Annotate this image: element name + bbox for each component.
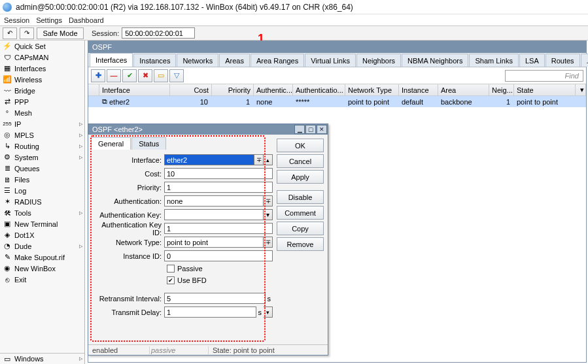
sidebar-item-log[interactable]: ☰Log [0,185,84,196]
input-txdelay[interactable]: 1 [164,306,256,318]
col-authkey[interactable]: Authenticatio... [293,84,345,95]
comment-button[interactable]: Comment [277,206,324,220]
tab-neighbors[interactable]: Neighbors [356,54,401,67]
sidebar-item-exit[interactable]: ⎋Exit [0,274,84,285]
dialog-titlebar[interactable]: OSPF <ether2> ▁ ▢ ✕ [88,124,328,135]
tab-lsa[interactable]: LSA [519,54,545,67]
remove-button[interactable]: Remove [277,237,324,251]
down-arrow-icon[interactable]: ▾ [264,306,273,318]
col-area[interactable]: Area [438,84,489,95]
files-icon: 🗎 [3,175,12,184]
input-interface[interactable]: ether2 [164,154,254,165]
sidebar-item-mpls[interactable]: ◎MPLS▷ [0,129,84,141]
enable-button[interactable]: ✔ [122,69,137,82]
sidebar-item-radius[interactable]: ✶RADIUS [0,196,84,207]
cell-state: point to point [514,96,576,107]
sidebar-item-ppp[interactable]: ⇄PPP [0,96,84,107]
close-button[interactable]: ✕ [317,125,327,134]
menu-dashboard[interactable]: Dashboard [69,16,104,24]
sidebar-item-supout[interactable]: ✎Make Supout.rif [0,252,84,263]
cell-instance: default [399,96,438,107]
label-retransmit: Retransmit Interval: [91,295,164,303]
safe-mode-button[interactable]: Safe Mode [37,27,84,39]
sidebar-item-routing[interactable]: ↳Routing▷ [0,141,84,152]
table-row[interactable]: ⧉ether2 10 1 none ***** point to point d… [88,96,586,107]
tab-virtuallinks[interactable]: Virtual Links [305,54,356,67]
menu-settings[interactable]: Settings [36,16,62,24]
checkbox-passive[interactable]: Passive [167,263,273,274]
col-neig[interactable]: Neig... [489,84,514,95]
disable-button[interactable]: Disable [277,190,324,204]
sidebar-item-queues[interactable]: ≣Queues [0,163,84,174]
comment-button[interactable]: ▭ [154,69,168,82]
col-cost[interactable]: Cost [170,84,212,95]
col-ntype[interactable]: Network Type [345,84,399,95]
redo-button[interactable]: ↷ [20,27,34,39]
col-interface[interactable]: Interface [99,84,170,95]
dropdown-icon[interactable]: ∓ [254,154,264,165]
maximize-button[interactable]: ▢ [305,125,316,134]
sidebar-item-ip[interactable]: 255IP▷ [0,118,84,129]
sidebar-item-interfaces[interactable]: ▦Interfaces [0,63,84,74]
cancel-button[interactable]: Cancel [277,154,324,168]
input-retransmit[interactable]: 5 [164,293,266,304]
sidebar-item-dude[interactable]: ◔Dude▷ [0,240,84,252]
sidebar-item-files[interactable]: 🗎Files [0,174,84,185]
capsman-icon: 🛡 [3,53,12,62]
disable-button[interactable]: ✖ [138,69,152,82]
input-ntype[interactable]: point to point [164,237,264,248]
sidebar-item-dot1x[interactable]: ◈Dot1X [0,229,84,240]
tab-interfaces[interactable]: Interfaces [90,53,133,67]
sidebar-item-tools[interactable]: 🛠Tools▷ [0,207,84,218]
sidebar-item-capsman[interactable]: 🛡CAPsMAN [0,52,84,63]
remove-button[interactable]: — [107,69,121,82]
sidebar: ⚡Quick Set 🛡CAPsMAN ▦Interfaces 📶Wireles… [0,41,85,364]
input-priority[interactable]: 1 [164,182,273,193]
sidebar-item-label: Windows [14,355,44,363]
tab-sham[interactable]: Sham Links [469,54,518,67]
windows-icon: ▭ [3,354,12,363]
tab-networks[interactable]: Networks [177,54,218,67]
apply-button[interactable]: Apply [277,170,324,184]
input-authkey[interactable] [164,209,264,220]
sidebar-item-bridge[interactable]: 〰Bridge [0,85,84,96]
sidebar-item-newwinbox[interactable]: ◉New WinBox [0,263,84,274]
find-input[interactable]: Find [505,70,583,82]
sidebar-item-quickset[interactable]: ⚡Quick Set [0,41,84,52]
tab-arearanges[interactable]: Area Ranges [251,54,304,67]
tab-routes[interactable]: Routes [545,54,580,67]
col-dropdown-icon[interactable]: ▾ [576,84,586,95]
copy-button[interactable]: Copy [277,222,324,235]
input-auth[interactable]: none [164,195,264,207]
sidebar-item-wireless[interactable]: 📶Wireless [0,74,84,85]
input-instanceid[interactable]: 0 [164,250,273,261]
tab-instances[interactable]: Instances [133,54,176,67]
sidebar-item-newterminal[interactable]: ▣New Terminal [0,218,84,229]
sidebar-item-system[interactable]: ⚙System▷ [0,152,84,163]
input-authkeyid[interactable]: 1 [164,223,273,234]
sidebar-item-label: New Terminal [14,220,58,228]
sidebar-item-windows[interactable]: ▭Windows▷ [0,353,84,364]
dropdown-icon[interactable]: ∓ [264,237,273,248]
ok-button[interactable]: OK [277,139,324,152]
col-state[interactable]: State [514,84,576,95]
col-priority[interactable]: Priority [212,84,254,95]
tab-nbma[interactable]: NBMA Neighbors [402,54,468,67]
dropdown-icon[interactable]: ▾ [264,209,273,220]
add-button[interactable]: ✚ [91,69,105,82]
minimize-button[interactable]: ▁ [294,125,305,134]
tab-status[interactable]: Status [131,137,166,150]
tab-more[interactable]: ... [581,54,588,67]
tab-general[interactable]: General [91,137,131,150]
tab-areas[interactable]: Areas [219,54,250,67]
undo-button[interactable]: ↶ [3,27,17,39]
checkbox-usebfd[interactable]: ✔Use BFD [167,274,273,286]
sidebar-item-mesh[interactable]: °Mesh [0,107,84,118]
col-auth[interactable]: Authentic... [254,84,293,95]
filter-button[interactable]: ▽ [169,69,184,82]
input-cost[interactable]: 10 [164,168,273,179]
up-arrow-icon[interactable]: ▴ [264,154,273,165]
col-instance[interactable]: Instance [399,84,438,95]
menu-session[interactable]: Session [4,16,29,24]
dropdown-icon[interactable]: ∓ [264,195,273,207]
